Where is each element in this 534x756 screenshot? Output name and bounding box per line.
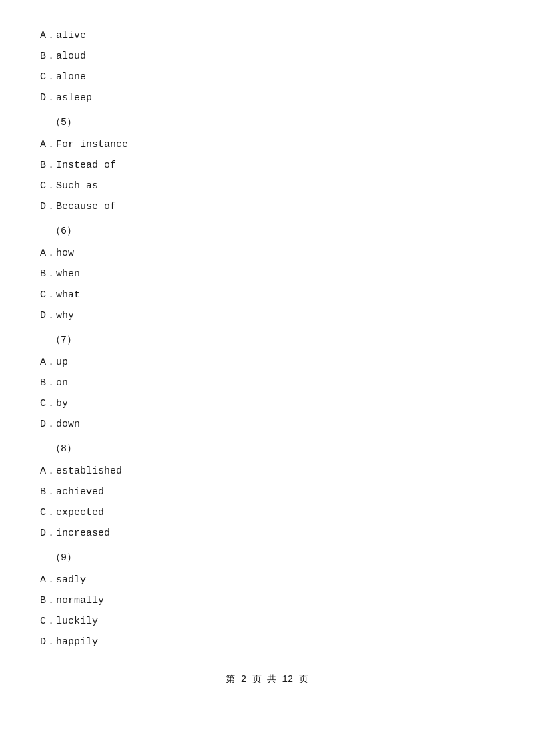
question-number: （8）	[51, 440, 494, 458]
list-item: A．sadly	[40, 571, 494, 589]
list-item: D．increased	[40, 524, 494, 542]
question-number: （6）	[51, 222, 494, 240]
list-item: C．by	[40, 395, 494, 413]
list-item: A．how	[40, 244, 494, 262]
list-item: D．asleep	[40, 89, 494, 107]
list-item: B．on	[40, 374, 494, 392]
list-item: B．aloud	[40, 47, 494, 65]
list-item: D．why	[40, 307, 494, 325]
question-number: （7）	[51, 331, 494, 349]
list-item: D．happily	[40, 633, 494, 651]
list-item: A．established	[40, 462, 494, 480]
list-item: C．expected	[40, 504, 494, 522]
list-item: D．down	[40, 415, 494, 433]
question-number: （5）	[51, 114, 494, 132]
group-0: A．alive B．aloud C．alone D．asleep	[40, 27, 494, 107]
page-footer: 第 2 页 共 12 页	[40, 671, 494, 688]
question-number: （9）	[51, 549, 494, 567]
list-item: D．Because of	[40, 198, 494, 216]
list-item: A．For instance	[40, 136, 494, 154]
list-item: A．up	[40, 353, 494, 371]
group-9: （9） A．sadly B．normally C．luckily D．happi…	[40, 549, 494, 651]
list-item: B．Instead of	[40, 156, 494, 174]
list-item: C．luckily	[40, 612, 494, 630]
group-8: （8） A．established B．achieved C．expected …	[40, 440, 494, 542]
list-item: B．when	[40, 265, 494, 283]
list-item: C．Such as	[40, 177, 494, 195]
list-item: B．normally	[40, 592, 494, 610]
list-item: C．what	[40, 286, 494, 304]
content-area: A．alive B．aloud C．alone D．asleep （5） A．F…	[40, 27, 494, 688]
group-7: （7） A．up B．on C．by D．down	[40, 331, 494, 433]
list-item: A．alive	[40, 27, 494, 45]
list-item: C．alone	[40, 68, 494, 86]
list-item: B．achieved	[40, 483, 494, 501]
group-6: （6） A．how B．when C．what D．why	[40, 222, 494, 325]
group-5: （5） A．For instance B．Instead of C．Such a…	[40, 114, 494, 216]
